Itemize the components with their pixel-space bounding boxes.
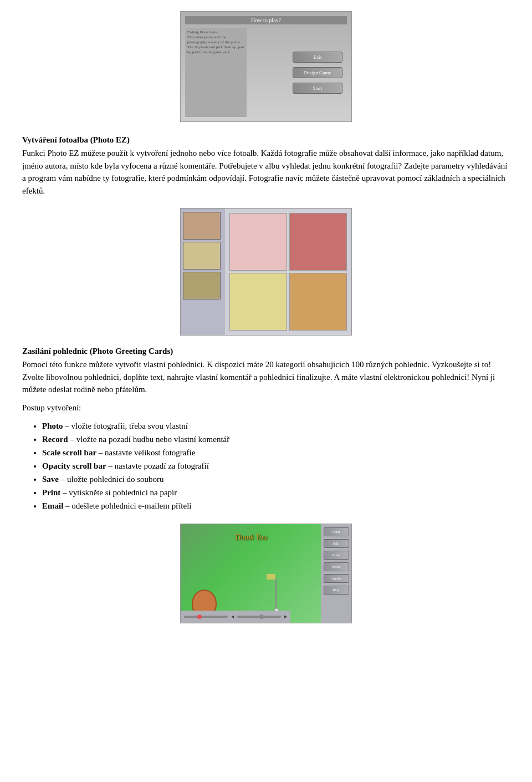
greeting-title-text: Thank You: [234, 533, 267, 542]
gs-btn-send: Send: [324, 527, 349, 536]
list-item-scale-bold: Scale scroll bar: [42, 448, 96, 457]
section1-heading: Vytváření fotoalba (Photo EZ): [22, 135, 510, 145]
section2-text1: Pomocí této funkce můžete vytvořit vlast…: [22, 358, 510, 396]
list-item-photo-rest: – vložte fotografii, třeba svou vlastní: [63, 422, 188, 430]
photo-grid-left-panel: [181, 209, 225, 335]
photo-cell-2: [289, 213, 347, 271]
mock-design-btn: Design Game: [293, 67, 342, 78]
slider-label-1: ◀: [231, 615, 234, 619]
photo-cell-3: [229, 273, 287, 331]
list-item-opacity-rest: – nastavte pozadí za fotografií: [106, 461, 209, 470]
list-item-email-rest: – odešlete pohlednici e-mailem příteli: [63, 501, 191, 510]
photo-cell-4: [289, 273, 347, 331]
list-item-print-rest: – vytiskněte si pohlednici na papír: [60, 488, 177, 497]
list-item-email: Email – odešlete pohlednici e-mailem pří…: [42, 499, 510, 512]
list-item-record: Record – vložte na pozadí hudbu nebo vla…: [42, 433, 510, 446]
top-screenshot: How to play? Fishing Price Game This tak…: [180, 11, 352, 122]
slider-dot-middle: [259, 615, 264, 619]
middle-screenshot-container: [22, 208, 510, 336]
section-greeting-cards: Zasílání pohlednic (Photo Greeting Cards…: [22, 347, 510, 512]
list-item-scale: Scale scroll bar – nastavte velikost fot…: [42, 446, 510, 459]
slider-dot-left: [197, 615, 202, 619]
mock-right-panel: Exit Design Game Start: [250, 28, 347, 117]
greeting-bottom-bar: ◀ ▶: [181, 611, 290, 623]
photo-grid-main: [225, 209, 351, 335]
photo-thumb-2: [183, 242, 221, 270]
photo-thumb-1: [183, 212, 221, 240]
greeting-screenshot: Thank You ◀ ▶ Send Edit Print Photo: [180, 524, 352, 623]
list-item-save-bold: Save: [42, 475, 59, 484]
gs-btn-photo: Photo: [324, 562, 349, 571]
list-item-record-bold: Record: [42, 435, 68, 444]
list-item-scale-rest: – nastavte velikost fotografie: [96, 448, 195, 457]
mock-description-text: Fishing Price Game This takes game with …: [187, 30, 244, 55]
list-item-save: Save – uložte pohlednici do souboru: [42, 473, 510, 486]
slider-label-2: ▶: [284, 615, 287, 619]
mock-left-panel: Fishing Price Game This takes game with …: [185, 28, 247, 117]
mock-title-bar: How to play?: [185, 16, 347, 24]
mock-start-btn: Start: [293, 83, 342, 94]
mock-exit-btn: Exit: [293, 52, 342, 63]
greeting-sidebar: Send Edit Print Photo Audio Play: [321, 524, 351, 623]
section2-heading: Zasílání pohlednic (Photo Greeting Cards…: [22, 347, 510, 356]
bottom-screenshot-container: Thank You ◀ ▶ Send Edit Print Photo: [22, 524, 510, 623]
list-item-opacity-bold: Opacity scroll bar: [42, 461, 106, 470]
list-item-print: Print – vytiskněte si pohlednici na papí…: [42, 486, 510, 499]
photo-cell-1: [229, 213, 287, 271]
gs-btn-play: Play: [324, 586, 349, 595]
gs-btn-audio: Audio: [324, 574, 349, 583]
gs-btn-print: Print: [324, 551, 349, 560]
list-item-save-rest: – uložte pohlednici do souboru: [59, 475, 164, 484]
feature-list: Photo – vložte fotografii, třeba svou vl…: [22, 419, 510, 512]
top-screenshot-container: How to play? Fishing Price Game This tak…: [22, 11, 510, 122]
slider-middle: [237, 616, 281, 618]
photo-thumb-3: [183, 272, 221, 299]
gs-btn-edit: Edit: [324, 539, 349, 548]
flag-decoration: [267, 574, 275, 580]
list-item-photo-bold: Photo: [42, 422, 63, 430]
list-item-print-bold: Print: [42, 488, 60, 497]
photo-grid-screenshot: [180, 208, 352, 336]
list-item-photo: Photo – vložte fotografii, třeba svou vl…: [42, 419, 510, 433]
section-photo-ez: Vytváření fotoalba (Photo EZ) Funkci Pho…: [22, 135, 510, 197]
section2-text2: Postup vytvoření:: [22, 402, 510, 414]
list-item-email-bold: Email: [42, 501, 63, 510]
list-item-opacity: Opacity scroll bar – nastavte pozadí za …: [42, 459, 510, 473]
flag-pole: [275, 578, 277, 612]
list-item-record-rest: – vložte na pozadí hudbu nebo vlastní ko…: [68, 435, 230, 444]
greeting-main-area: Thank You ◀ ▶: [181, 524, 321, 623]
section1-text: Funkci Photo EZ můžete použít k vytvořen…: [22, 147, 510, 197]
slider-left: [184, 616, 228, 618]
